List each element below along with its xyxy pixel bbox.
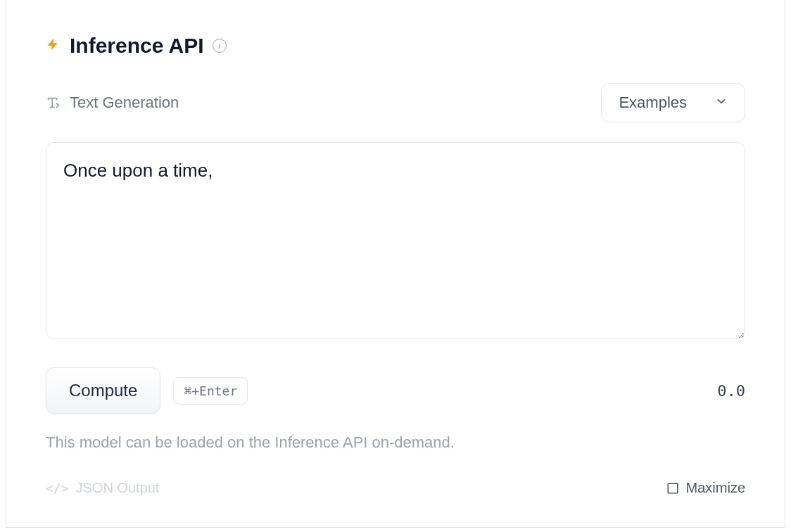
maximize-button[interactable]: Maximize — [666, 480, 745, 496]
page-title: Inference API — [70, 34, 204, 58]
code-icon: </> — [46, 481, 69, 495]
action-row: Compute ⌘+Enter 0.0 — [46, 367, 745, 414]
task-type-label: Text Generation — [70, 94, 179, 112]
header-row: Inference API i — [46, 34, 745, 58]
maximize-label: Maximize — [686, 480, 745, 496]
status-text: This model can be loaded on the Inferenc… — [46, 433, 745, 452]
info-icon[interactable]: i — [213, 39, 227, 53]
action-left: Compute ⌘+Enter — [46, 367, 248, 414]
bolt-icon — [46, 34, 60, 57]
inference-api-panel: Inference API i Text Generation Examples — [6, 0, 785, 528]
chevron-down-icon — [715, 94, 728, 112]
score-value: 0.0 — [717, 382, 745, 400]
compute-button[interactable]: Compute — [46, 367, 160, 414]
subheader-row: Text Generation Examples — [46, 83, 745, 122]
examples-dropdown[interactable]: Examples — [601, 83, 745, 122]
maximize-icon — [666, 482, 679, 495]
text-generation-icon — [46, 95, 61, 110]
json-output-toggle[interactable]: </> JSON Output — [46, 480, 159, 496]
svg-rect-0 — [668, 483, 678, 493]
prompt-input[interactable] — [46, 142, 745, 339]
task-type[interactable]: Text Generation — [46, 94, 179, 112]
json-output-label: JSON Output — [76, 480, 160, 496]
footer-row: </> JSON Output Maximize — [46, 480, 745, 496]
shortcut-badge: ⌘+Enter — [173, 377, 248, 405]
examples-label: Examples — [619, 94, 687, 112]
